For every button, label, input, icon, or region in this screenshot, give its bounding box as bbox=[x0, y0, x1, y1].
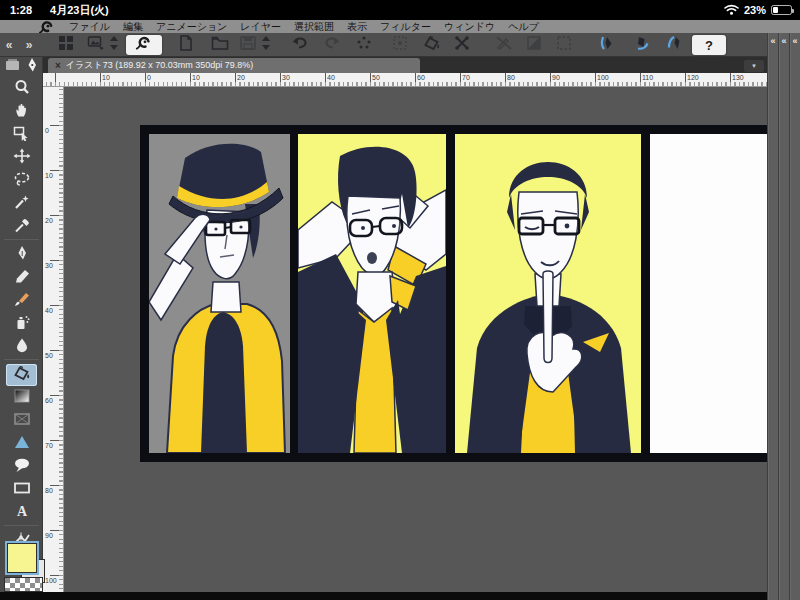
tool-move[interactable] bbox=[6, 147, 37, 169]
h-ruler-label: 130 bbox=[732, 74, 744, 81]
expand-palette-button[interactable]: « bbox=[779, 37, 789, 46]
main-toolbar: «»? bbox=[0, 33, 800, 57]
pen-tilt-right-button[interactable] bbox=[630, 35, 654, 55]
frame-icon bbox=[13, 411, 31, 431]
menu-item-3[interactable]: アニメーション bbox=[156, 20, 227, 34]
toolbar-scroll-left[interactable]: « bbox=[0, 35, 18, 55]
new-file-button[interactable] bbox=[174, 35, 198, 55]
h-ruler-label: 60 bbox=[417, 74, 425, 81]
snap-special-button bbox=[388, 35, 412, 55]
tool-lasso[interactable] bbox=[6, 170, 37, 192]
tool-gradient[interactable] bbox=[6, 387, 37, 409]
toolbar-scroll-right[interactable]: » bbox=[20, 35, 38, 55]
v-ruler-label: 20 bbox=[45, 217, 53, 224]
tool-frame-border[interactable] bbox=[6, 479, 37, 501]
menu-item-9[interactable]: ヘルプ bbox=[508, 20, 539, 34]
pen-vertical-button[interactable] bbox=[662, 35, 686, 55]
stepper-2-button[interactable] bbox=[258, 35, 274, 55]
pencil-icon bbox=[13, 268, 31, 288]
clip-studio-button[interactable] bbox=[126, 35, 162, 55]
tool-text[interactable]: A bbox=[6, 502, 37, 524]
tool-eyedropper[interactable] bbox=[6, 216, 37, 238]
document-tab[interactable]: × イラスト73 (189.92 x 70.03mm 350dpi 79.8%) bbox=[48, 58, 420, 73]
tool-blend[interactable] bbox=[6, 336, 37, 358]
spray-icon bbox=[13, 314, 31, 334]
palette-rail-1: « bbox=[767, 33, 778, 600]
transparent-color-swatch[interactable] bbox=[4, 577, 43, 592]
tool-palette-toggle[interactable] bbox=[4, 59, 21, 74]
h-ruler-label: 10 bbox=[102, 74, 110, 81]
nib-icon bbox=[23, 57, 41, 77]
close-tab-icon[interactable]: × bbox=[55, 60, 61, 71]
tool-airbrush[interactable] bbox=[6, 313, 37, 335]
h-ruler-label: 80 bbox=[507, 74, 515, 81]
pen-tilt-left-button[interactable] bbox=[594, 35, 618, 55]
panel-2 bbox=[298, 134, 446, 453]
home-button[interactable] bbox=[54, 35, 78, 55]
updown-icon bbox=[257, 35, 275, 55]
menu-item-7[interactable]: フィルター bbox=[380, 20, 431, 34]
menu-item-8[interactable]: ウィンドウ bbox=[444, 20, 495, 34]
clip-studio-logo-icon[interactable] bbox=[38, 20, 55, 33]
v-ruler-label: 10 bbox=[45, 172, 53, 179]
tool-auto-select[interactable] bbox=[6, 193, 37, 215]
tool-figure[interactable] bbox=[6, 433, 37, 455]
menu-item-1[interactable]: ファイル bbox=[69, 20, 110, 34]
menu-item-6[interactable]: 表示 bbox=[347, 20, 367, 34]
menu-item-5[interactable]: 選択範囲 bbox=[294, 20, 334, 34]
undo-button[interactable] bbox=[288, 35, 312, 55]
transform-button[interactable] bbox=[450, 35, 474, 55]
tool-pencil[interactable] bbox=[6, 267, 37, 289]
canvas-document[interactable] bbox=[140, 125, 770, 462]
page-icon bbox=[177, 35, 195, 55]
gradient-icon bbox=[13, 388, 31, 408]
grid-icon bbox=[57, 35, 75, 55]
subtool-palette-toggle[interactable] bbox=[23, 59, 40, 74]
tool-zoom[interactable] bbox=[6, 78, 37, 100]
clip-studio-paint-app: 1:28 4月23日(火) 23% ファイル編集アニメーションレイヤー選択範囲表… bbox=[0, 0, 800, 600]
tool-separator bbox=[4, 359, 39, 360]
stepper-1-button[interactable] bbox=[106, 35, 122, 55]
tool-brush[interactable] bbox=[6, 290, 37, 312]
canvas-area[interactable] bbox=[64, 87, 800, 600]
pencil-slash-icon bbox=[495, 35, 513, 55]
chevron-down-icon: ▼ bbox=[751, 63, 757, 69]
v-ruler-label: 80 bbox=[45, 487, 53, 494]
half-square-icon bbox=[525, 35, 543, 55]
tool-pen[interactable] bbox=[6, 244, 37, 266]
v-ruler-label: 40 bbox=[45, 307, 53, 314]
redo-button bbox=[320, 35, 344, 55]
v-ruler-label: 0 bbox=[45, 127, 49, 134]
snap-button[interactable] bbox=[352, 35, 376, 55]
undo-icon bbox=[291, 35, 309, 55]
help-button[interactable]: ? bbox=[692, 35, 726, 55]
operate-icon bbox=[13, 125, 31, 145]
magnifier-icon bbox=[13, 79, 31, 99]
tool-balloon[interactable] bbox=[6, 456, 37, 478]
fill-bucket-button[interactable] bbox=[420, 35, 444, 55]
redo-icon bbox=[323, 35, 341, 55]
tab-list-dropdown[interactable]: ▼ bbox=[744, 60, 764, 72]
save-icon bbox=[239, 35, 257, 55]
menu-item-2[interactable]: 編集 bbox=[123, 20, 143, 34]
tool-operate[interactable] bbox=[6, 124, 37, 146]
tool-fill[interactable] bbox=[6, 364, 37, 386]
h-ruler-label: 20 bbox=[237, 74, 245, 81]
h-ruler-label: 40 bbox=[327, 74, 335, 81]
bottom-edge-bar bbox=[0, 592, 800, 600]
expand-palette-button[interactable]: « bbox=[768, 37, 778, 46]
tool-hand[interactable] bbox=[6, 101, 37, 123]
foreground-color-swatch[interactable] bbox=[7, 543, 37, 573]
tool-palette: A bbox=[0, 57, 43, 600]
bucket-dark-icon bbox=[13, 365, 31, 385]
menu-bar: ファイル編集アニメーションレイヤー選択範囲表示フィルターウィンドウヘルプ bbox=[0, 20, 800, 33]
open-file-button[interactable] bbox=[208, 35, 232, 55]
menu-item-4[interactable]: レイヤー bbox=[240, 20, 281, 34]
ants-square-icon bbox=[555, 35, 573, 55]
palette-rail-3: « bbox=[789, 33, 800, 600]
no-edit-button bbox=[492, 35, 516, 55]
tool-frame[interactable] bbox=[6, 410, 37, 432]
expand-palette-button[interactable]: « bbox=[790, 37, 800, 46]
triangle-icon bbox=[13, 434, 31, 454]
menu-items-container: ファイル編集アニメーションレイヤー選択範囲表示フィルターウィンドウヘルプ bbox=[69, 20, 552, 34]
